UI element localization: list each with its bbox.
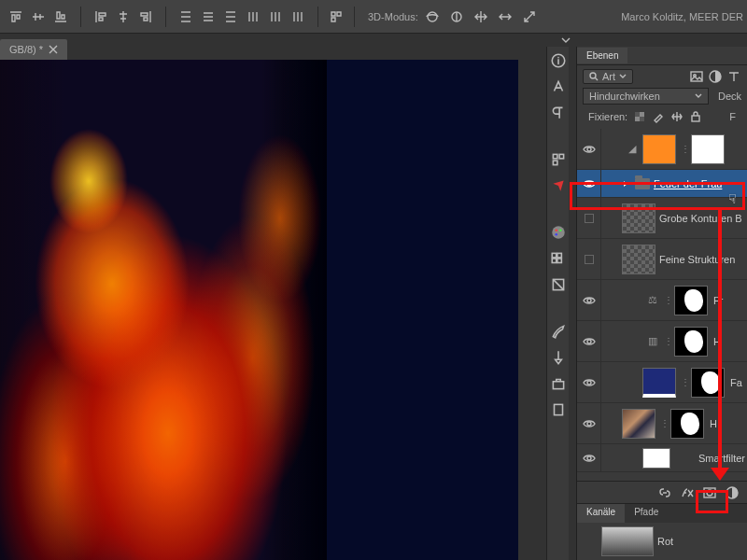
link-icon[interactable]: ⋮: [663, 336, 674, 346]
canvas-artwork: [0, 60, 327, 560]
swatches-panel-icon[interactable]: [550, 250, 567, 267]
layer-mask[interactable]: [691, 134, 725, 164]
adjustment-layer-icon[interactable]: [725, 485, 740, 500]
layer-group-row[interactable]: Feuer der Frau: [577, 170, 747, 198]
panel-collapse-icon[interactable]: [558, 35, 577, 45]
lock-all-icon[interactable]: [689, 110, 702, 123]
align-group-1: [4, 7, 73, 27]
paragraph-panel-icon[interactable]: [550, 105, 567, 121]
visibility-icon[interactable]: [583, 454, 596, 463]
dist-bottom-icon[interactable]: [220, 7, 241, 27]
align-vcenter-icon[interactable]: [28, 7, 49, 27]
layer-name: Fa: [730, 377, 747, 388]
svg-rect-11: [557, 253, 561, 258]
dist-top-icon[interactable]: [176, 7, 196, 27]
orbit-icon[interactable]: [422, 7, 443, 27]
dist-right-icon[interactable]: [288, 7, 308, 27]
svg-point-29: [587, 381, 591, 385]
add-mask-icon[interactable]: [702, 485, 717, 500]
brushpresets-panel-icon[interactable]: [550, 349, 567, 366]
lock-pixels-icon[interactable]: [633, 110, 646, 123]
navigator-panel-icon[interactable]: [550, 177, 567, 194]
align-bottom-icon[interactable]: [50, 7, 71, 27]
link-icon[interactable]: ⋮: [663, 295, 674, 305]
svg-rect-5: [553, 161, 557, 165]
visibility-icon[interactable]: [583, 145, 596, 154]
layer-name[interactable]: Feuer der Frau: [654, 178, 747, 189]
visibility-icon[interactable]: [583, 337, 596, 346]
layer-filter-select[interactable]: Art: [583, 69, 633, 84]
align-left-icon[interactable]: [91, 7, 111, 27]
styles-panel-icon[interactable]: [550, 276, 567, 293]
clonesource-panel-icon[interactable]: [550, 375, 567, 392]
balance-icon: ⚖: [642, 294, 663, 306]
lock-position-icon[interactable]: [670, 110, 684, 123]
svg-rect-18: [691, 72, 702, 81]
filter-adjust-icon[interactable]: [708, 69, 723, 84]
pan-icon[interactable]: [471, 7, 491, 27]
brush-panel-icon[interactable]: [550, 323, 567, 340]
align-right-icon[interactable]: [135, 7, 156, 27]
layers-toolbar: Art Hindurchwirken Deck Fixieren: F: [577, 65, 747, 129]
roll-icon[interactable]: [446, 7, 467, 27]
collapsed-panel-strip: [546, 47, 569, 560]
svg-rect-16: [554, 404, 562, 414]
layer-mask[interactable]: [674, 327, 708, 357]
link-icon[interactable]: ⋮: [680, 144, 691, 154]
dist-left-icon[interactable]: [243, 7, 263, 27]
dist-vcenter-icon[interactable]: [198, 7, 218, 27]
link-layers-icon[interactable]: [657, 485, 672, 500]
layers-tab[interactable]: Ebenen: [577, 48, 627, 63]
visibility-off-box[interactable]: [585, 255, 594, 264]
visibility-off-box[interactable]: [585, 214, 594, 223]
visibility-icon[interactable]: [583, 296, 596, 305]
info-panel-icon[interactable]: [550, 52, 567, 69]
document-tab[interactable]: GB/8) *: [0, 39, 67, 60]
layer-mask[interactable]: [674, 286, 708, 315]
disclosure-icon[interactable]: [622, 180, 629, 188]
svg-point-27: [587, 299, 591, 302]
visibility-icon[interactable]: [583, 378, 596, 387]
layer-thumb: [622, 409, 655, 439]
layer-mask[interactable]: [670, 409, 704, 439]
channel-row[interactable]: Rot: [577, 523, 747, 560]
link-icon[interactable]: ⋮: [659, 418, 670, 428]
fx-icon[interactable]: [680, 485, 695, 500]
layer-name: H: [710, 418, 747, 429]
character-panel-icon[interactable]: [550, 78, 567, 95]
channels-tab[interactable]: Kanäle: [577, 504, 625, 523]
auto-align-icon[interactable]: [326, 7, 346, 27]
color-panel-icon[interactable]: [550, 224, 567, 241]
cursor-icon: ☟: [728, 191, 737, 206]
layer-thumb: [642, 448, 670, 469]
scale-icon[interactable]: [519, 7, 540, 27]
svg-rect-12: [552, 259, 557, 263]
histogram-icon: ▥: [642, 335, 663, 347]
svg-rect-24: [692, 116, 699, 121]
align-top-icon[interactable]: [6, 7, 26, 27]
lock-brush-icon[interactable]: [652, 110, 665, 123]
fill-label: F: [729, 111, 736, 122]
mode3d-label: 3D-Modus:: [368, 11, 418, 22]
svg-point-25: [587, 147, 591, 151]
link-icon[interactable]: ⋮: [680, 377, 691, 387]
canvas[interactable]: [0, 60, 518, 560]
svg-rect-4: [559, 154, 564, 159]
dist-hcenter-icon[interactable]: [265, 7, 286, 27]
align-group-2: [89, 7, 158, 27]
visibility-icon[interactable]: [583, 419, 596, 428]
mode3d-group: [422, 7, 540, 27]
paths-tab[interactable]: Pfade: [625, 504, 668, 523]
layer-row[interactable]: ◢ ⋮: [577, 129, 747, 170]
layercomps-panel-icon[interactable]: [550, 151, 567, 168]
tool-presets-icon[interactable]: [550, 401, 567, 418]
blend-mode-select[interactable]: Hindurchwirken: [583, 88, 709, 105]
align-hcenter-icon[interactable]: [113, 7, 134, 27]
filter-image-icon[interactable]: [689, 69, 704, 84]
slide-icon[interactable]: [495, 7, 515, 27]
close-icon[interactable]: [49, 45, 58, 54]
visibility-icon[interactable]: [583, 179, 596, 189]
svg-point-9: [555, 233, 557, 236]
filter-type-icon[interactable]: [726, 69, 741, 84]
layer-name: Grobe Konturen B: [659, 213, 747, 224]
